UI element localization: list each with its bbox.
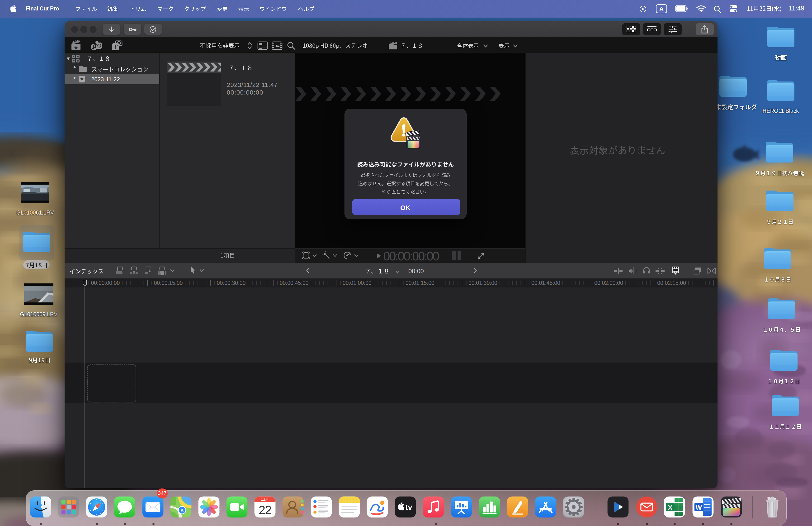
svg-text:tv: tv: [405, 503, 412, 512]
svg-text:22: 22: [259, 503, 271, 517]
svg-text:W: W: [696, 504, 702, 511]
svg-text:X: X: [668, 504, 673, 511]
svg-text:A: A: [659, 5, 663, 12]
svg-text:T: T: [114, 44, 118, 50]
